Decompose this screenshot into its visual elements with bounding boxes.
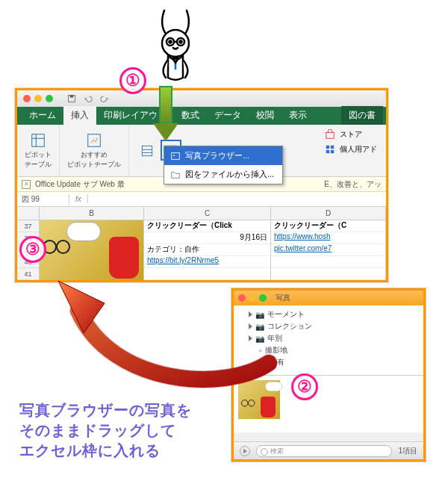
tree-item-moments[interactable]: 📷 モーメント — [234, 308, 423, 320]
excel-titlebar — [17, 90, 386, 107]
svg-rect-31 — [172, 152, 180, 159]
svg-rect-9 — [32, 134, 45, 146]
svg-marker-33 — [58, 281, 105, 333]
pivot-table-icon — [30, 132, 46, 149]
photos-footer: 検索 1項目 — [234, 441, 423, 459]
bunny-mascot — [149, 6, 202, 97]
name-box[interactable]: 図 99 — [17, 194, 69, 205]
tree-item-places[interactable]: ▫ 撮影地 — [234, 344, 423, 356]
redo-icon[interactable] — [100, 94, 109, 103]
message-close-icon[interactable]: ✕ — [22, 180, 31, 189]
disclosure-triangle-icon — [249, 335, 252, 341]
disclosure-triangle-icon — [249, 369, 252, 375]
hero-thumbnail — [40, 220, 143, 280]
window-zoom-dot[interactable] — [259, 294, 267, 302]
tab-picture-format[interactable]: 図の書 — [341, 106, 383, 125]
cell[interactable]: クリックリーダー（Click — [144, 220, 270, 232]
my-addins-button[interactable]: 個人用アド — [325, 144, 377, 155]
tab-data[interactable]: データ — [207, 106, 249, 125]
addins-group: ストア 個人用アド — [316, 125, 386, 176]
photos-browser-window: 写真 📷 モーメント 📷 コレクション 📷 年別 ▫ 撮影地 ☁ 共有 検索 1… — [231, 288, 426, 462]
step-badge-1: ① — [119, 67, 146, 94]
ribbon-tabs: ホーム 挿入 印刷レイアウト 数式 データ 校閲 表示 図の書 — [17, 107, 386, 125]
step-badge-2: ② — [291, 373, 318, 400]
cell[interactable]: カテゴリ：自作 — [144, 244, 270, 256]
excel-window: ホーム 挿入 印刷レイアウト 数式 データ 校閲 表示 図の書 ピボット テーブ… — [15, 88, 388, 282]
cell-link[interactable]: pic.twitter.com/e7 — [274, 244, 332, 252]
photos-item-count: 1項目 — [398, 446, 417, 456]
quick-access-toolbar — [67, 94, 109, 103]
instruction-caption: 写真ブラウザーの写真を そのままドラッグして エクセル枠に入れる — [19, 400, 192, 461]
dropdown-from-file[interactable]: 図をファイルから挿入... — [164, 165, 282, 184]
from-file-label: 図をファイルから挿入... — [185, 169, 274, 180]
folder-icon — [170, 170, 181, 180]
photo-browser-icon — [170, 151, 181, 161]
tab-insert[interactable]: 挿入 — [63, 106, 96, 125]
tree-item-more[interactable] — [234, 368, 423, 376]
ribbon-group-pivot[interactable]: ピボット テーブル — [17, 125, 60, 176]
store-button[interactable]: ストア — [325, 129, 377, 140]
undo-icon[interactable] — [84, 94, 93, 103]
cell-link[interactable]: https://www.hosh — [274, 232, 331, 240]
row-header[interactable]: 37 — [17, 220, 39, 232]
window-close-dot[interactable] — [238, 294, 246, 302]
svg-rect-13 — [142, 146, 152, 155]
photos-thumbnail-grid — [234, 376, 423, 432]
col-header-b[interactable]: B — [40, 207, 144, 220]
store-icon — [325, 129, 335, 140]
cell[interactable] — [144, 268, 270, 280]
inserted-picture[interactable] — [40, 220, 143, 280]
cell[interactable] — [271, 256, 385, 268]
tab-home[interactable]: ホーム — [22, 106, 63, 125]
message-text: Office Update サブ Web 最 — [35, 179, 125, 190]
cell-link[interactable]: https://bit.ly/2RNrme5 — [147, 256, 219, 264]
window-zoom-dot[interactable] — [46, 95, 53, 102]
photo-browser-label: 写真ブラウザー... — [185, 150, 249, 161]
tab-review[interactable]: 校閲 — [249, 106, 281, 125]
message-tail: E、改善と、アッ — [324, 179, 382, 190]
tree-item-collections[interactable]: 📷 コレクション — [234, 320, 423, 332]
dropdown-photo-browser[interactable]: 写真ブラウザー... — [164, 146, 282, 165]
pivot-label: ピボット テーブル — [25, 150, 52, 170]
pictures-dropdown: 写真ブラウザー... 図をファイルから挿入... — [164, 146, 283, 184]
col-header-c[interactable]: C — [144, 207, 271, 220]
col-header-d[interactable]: D — [271, 207, 386, 220]
tree-item-shared[interactable]: ☁ 共有 — [234, 356, 423, 368]
svg-rect-29 — [326, 150, 329, 153]
photos-search-input[interactable]: 検索 — [256, 445, 392, 457]
row-header[interactable]: 41 — [17, 268, 39, 280]
photos-source-tree: 📷 モーメント 📷 コレクション 📷 年別 ▫ 撮影地 ☁ 共有 — [234, 305, 423, 376]
svg-rect-28 — [331, 146, 334, 149]
save-icon[interactable] — [67, 94, 76, 103]
formula-bar-row: 図 99 fx — [17, 192, 386, 207]
cell[interactable]: 9月16日 — [144, 232, 270, 244]
table-icon[interactable] — [140, 143, 155, 158]
caption-line: 写真ブラウザーの写真を — [19, 400, 192, 420]
window-minimize-dot[interactable] — [249, 294, 256, 302]
grid-body: 37 38 39 40 41 クリックリーダー（Click 9月16日 カテゴリ… — [17, 220, 386, 280]
cell[interactable]: https://www.hosh — [271, 232, 385, 244]
step-badge-3: ③ — [19, 236, 46, 263]
photo-thumbnail[interactable] — [238, 380, 280, 419]
tab-view[interactable]: 表示 — [281, 106, 314, 125]
photos-titlebar: 写真 — [234, 291, 423, 305]
tab-formulas[interactable]: 数式 — [174, 106, 207, 125]
window-minimize-dot[interactable] — [34, 95, 42, 102]
cell[interactable]: https://bit.ly/2RNrme5 — [144, 256, 270, 268]
cell[interactable]: pic.twitter.com/e7 — [271, 244, 385, 256]
window-close-dot[interactable] — [23, 95, 31, 102]
column-headers: B C D — [17, 207, 386, 220]
tree-item-years[interactable]: 📷 年別 — [234, 332, 423, 344]
cell[interactable]: クリックリーダー（C — [271, 220, 385, 232]
cell[interactable] — [271, 268, 385, 280]
photos-title-label: 写真 — [276, 293, 290, 303]
disclosure-triangle-icon — [249, 311, 252, 317]
svg-rect-8 — [70, 96, 74, 98]
caption-line: エクセル枠に入れる — [19, 441, 192, 461]
store-label: ストア — [340, 129, 362, 140]
ribbon-group-recommended-pivot[interactable]: おすすめ ピボットテーブル — [60, 125, 129, 176]
slideshow-play-icon[interactable] — [240, 446, 250, 456]
svg-rect-30 — [331, 150, 334, 153]
svg-rect-27 — [326, 146, 329, 149]
fx-label[interactable]: fx — [69, 195, 88, 203]
